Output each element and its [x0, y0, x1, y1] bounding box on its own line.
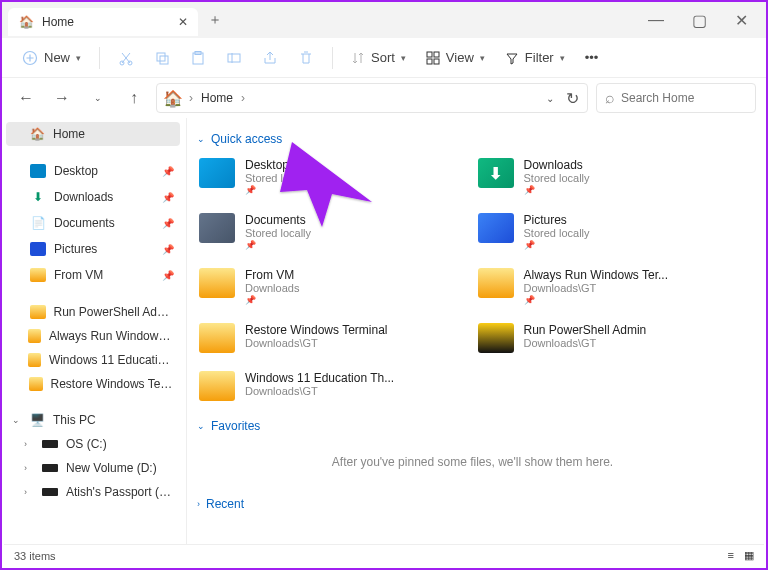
thumbnails-view-button[interactable]: ▦: [744, 549, 754, 562]
sidebar-item-drive[interactable]: › New Volume (D:): [6, 456, 180, 480]
tile-name: Run PowerShell Admin: [524, 323, 647, 337]
sidebar-item-from vm[interactable]: From VM 📌: [6, 262, 180, 288]
home-icon: 🏠: [165, 90, 181, 106]
section-quick-access[interactable]: ⌄ Quick access: [187, 128, 758, 154]
svg-rect-10: [427, 59, 432, 64]
forward-button[interactable]: →: [48, 84, 76, 112]
search-box[interactable]: ⌕: [596, 83, 756, 113]
breadcrumb-separator: ›: [241, 91, 245, 105]
sort-button[interactable]: Sort ▾: [343, 45, 414, 70]
rename-button[interactable]: [218, 45, 250, 71]
more-button[interactable]: •••: [577, 45, 607, 70]
folder-icon: [30, 163, 46, 179]
address-dropdown-icon[interactable]: ⌄: [546, 93, 554, 104]
tile-subtext: Downloads\GT: [245, 385, 394, 397]
quick-access-tile[interactable]: Run PowerShell Admin Downloads\GT: [478, 323, 747, 353]
filter-label: Filter: [525, 50, 554, 65]
share-button[interactable]: [254, 45, 286, 71]
separator: [99, 47, 100, 69]
pin-icon: 📌: [162, 192, 174, 203]
tile-subtext: Stored locally: [245, 227, 311, 239]
sidebar-item-desktop[interactable]: Desktop 📌: [6, 158, 180, 184]
new-button[interactable]: New ▾: [14, 45, 89, 71]
sidebar-label: From VM: [54, 268, 103, 282]
back-button[interactable]: ←: [12, 84, 40, 112]
sidebar-item-shortcut[interactable]: Restore Windows Terminal: [6, 372, 180, 396]
sidebar-item-downloads[interactable]: ⬇ Downloads 📌: [6, 184, 180, 210]
tile-name: Documents: [245, 213, 311, 227]
quick-access-tile[interactable]: Desktop Stored locally 📌: [199, 158, 468, 195]
quick-access-tile[interactable]: Always Run Windows Ter... Downloads\GT 📌: [478, 268, 747, 305]
sidebar-label: OS (C:): [66, 437, 107, 451]
svg-rect-4: [160, 56, 168, 64]
section-label: Quick access: [211, 132, 282, 146]
folder-icon: [199, 268, 235, 298]
refresh-button[interactable]: ↻: [566, 89, 579, 108]
tile-subtext: Downloads\GT: [245, 337, 388, 349]
sidebar-label: Atish's Passport (E:): [66, 485, 174, 499]
sidebar-item-shortcut[interactable]: Always Run Windows Termin: [6, 324, 180, 348]
folder-icon: [199, 323, 235, 353]
sidebar-quick-group: Desktop 📌 ⬇ Downloads 📌 📄 Documents 📌 Pi…: [6, 158, 180, 288]
tab-close-icon[interactable]: ✕: [178, 15, 188, 29]
up-button[interactable]: ↑: [120, 84, 148, 112]
folder-icon: [199, 213, 235, 243]
details-view-button[interactable]: ≡: [728, 549, 734, 562]
section-recent[interactable]: › Recent: [187, 493, 758, 519]
quick-access-tile[interactable]: ⬇ Downloads Stored locally 📌: [478, 158, 747, 195]
quick-access-tile[interactable]: Restore Windows Terminal Downloads\GT: [199, 323, 468, 353]
drive-icon: [42, 464, 58, 472]
chevron-right-icon[interactable]: ›: [24, 463, 34, 473]
maximize-button[interactable]: ▢: [692, 11, 707, 30]
paste-button[interactable]: [182, 45, 214, 71]
folder-icon: ⬇: [478, 158, 514, 188]
quick-access-tile[interactable]: Pictures Stored locally 📌: [478, 213, 747, 250]
sidebar-item-thispc[interactable]: ⌄ 🖥️ This PC: [6, 408, 180, 432]
copy-button[interactable]: [146, 45, 178, 71]
pin-icon: 📌: [162, 270, 174, 281]
chevron-right-icon[interactable]: ›: [24, 439, 34, 449]
content-pane: ⌄ Quick access Desktop Stored locally 📌 …: [187, 118, 766, 544]
sidebar-item-pictures[interactable]: Pictures 📌: [6, 236, 180, 262]
quick-access-tile[interactable]: Documents Stored locally 📌: [199, 213, 468, 250]
sidebar-label: New Volume (D:): [66, 461, 157, 475]
cut-button[interactable]: [110, 45, 142, 71]
pin-icon: 📌: [524, 240, 590, 250]
tile-name: Windows 11 Education Th...: [245, 371, 394, 385]
section-favorites[interactable]: ⌄ Favorites: [187, 415, 758, 441]
address-bar[interactable]: 🏠 › Home › ⌄ ↻: [156, 83, 588, 113]
quick-access-tile[interactable]: Windows 11 Education Th... Downloads\GT: [199, 371, 468, 401]
breadcrumb-home[interactable]: Home: [201, 91, 233, 105]
tile-subtext: Downloads\GT: [524, 282, 669, 294]
view-button[interactable]: View ▾: [418, 45, 493, 70]
svg-rect-3: [157, 53, 165, 61]
sidebar-drives-group: › OS (C:) › New Volume (D:) › Atish's Pa…: [6, 432, 180, 504]
sidebar-item-shortcut[interactable]: Run PowerShell Admin: [6, 300, 180, 324]
tile-name: Desktop: [245, 158, 311, 172]
sidebar-item-drive[interactable]: › Atish's Passport (E:): [6, 480, 180, 504]
ellipsis-icon: •••: [585, 50, 599, 65]
navigation-row: ← → ⌄ ↑ 🏠 › Home › ⌄ ↻ ⌕: [2, 78, 766, 118]
chevron-down-icon[interactable]: ⌄: [12, 415, 22, 425]
sidebar-item-shortcut[interactable]: Windows 11 Education Them: [6, 348, 180, 372]
minimize-button[interactable]: —: [648, 11, 664, 30]
paste-icon: [190, 50, 206, 66]
chevron-right-icon[interactable]: ›: [24, 487, 34, 497]
tile-subtext: Stored locally: [245, 172, 311, 184]
folder-icon: [30, 267, 46, 283]
sidebar-item-drive[interactable]: › OS (C:): [6, 432, 180, 456]
sidebar-item-documents[interactable]: 📄 Documents 📌: [6, 210, 180, 236]
close-button[interactable]: ✕: [735, 11, 748, 30]
new-tab-button[interactable]: ＋: [208, 11, 222, 29]
search-input[interactable]: [621, 91, 747, 105]
home-icon: 🏠: [30, 127, 45, 141]
tile-subtext: Downloads\GT: [524, 337, 647, 349]
window-tab[interactable]: 🏠 Home ✕: [8, 8, 198, 36]
section-label: Favorites: [211, 419, 260, 433]
quick-access-tile[interactable]: From VM Downloads 📌: [199, 268, 468, 305]
history-dropdown[interactable]: ⌄: [84, 84, 112, 112]
svg-rect-9: [434, 52, 439, 57]
sidebar-item-home[interactable]: 🏠 Home: [6, 122, 180, 146]
delete-button[interactable]: [290, 45, 322, 71]
filter-button[interactable]: Filter ▾: [497, 45, 573, 70]
